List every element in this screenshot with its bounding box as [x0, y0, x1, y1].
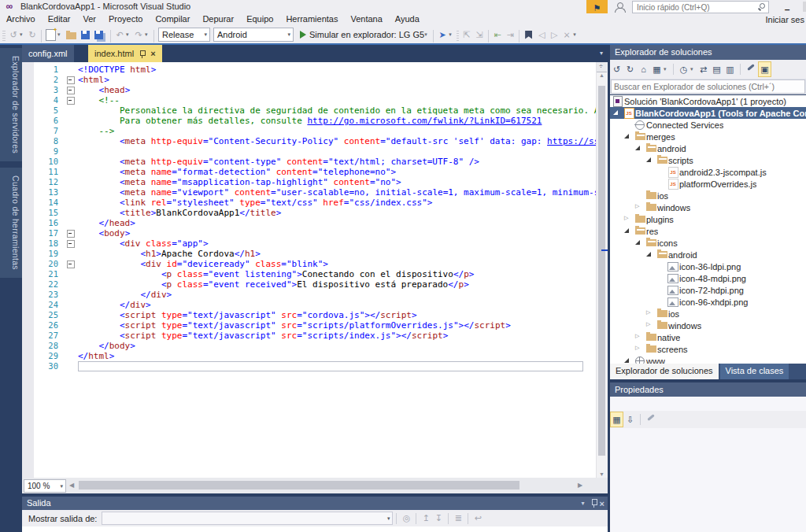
code-line-29[interactable]: 29</html>: [22, 351, 597, 361]
code-line-19[interactable]: 19 <h1>Apache Cordova</h1>: [22, 249, 597, 259]
navigate-back-icon[interactable]: ↺: [7, 27, 20, 42]
find-message-icon[interactable]: ◎: [400, 513, 412, 523]
toggle-bookmark-icon[interactable]: [525, 31, 532, 39]
code-line-16[interactable]: 16 </head>: [22, 218, 597, 228]
properties-panel-header[interactable]: Propiedades: [610, 382, 806, 397]
expander-open-icon[interactable]: [623, 131, 634, 142]
code-area[interactable]: 1<!DOCTYPE html>2<html>3 <head>4 <!--5 P…: [22, 65, 597, 371]
forward-icon[interactable]: ↻: [623, 61, 637, 78]
expander-closed-icon[interactable]: [645, 320, 656, 331]
tree-item-merges[interactable]: merges: [610, 131, 806, 142]
pending-changes-filter-icon[interactable]: ◷: [677, 61, 690, 78]
code-line-12[interactable]: 12 <meta name="msapplication-tap-highlig…: [22, 177, 597, 187]
word-wrap-icon[interactable]: ↩: [471, 513, 484, 523]
code-line-24[interactable]: 24 </div>: [22, 300, 597, 310]
menu-depurar[interactable]: Depurar: [196, 13, 240, 24]
configuration-select[interactable]: Release▾: [158, 28, 210, 42]
tree-item-icon-48-mdpi.png[interactable]: icon-48-mdpi.png: [610, 272, 806, 284]
properties-grid[interactable]: [610, 428, 806, 532]
save-icon[interactable]: [81, 31, 90, 39]
code-line-15[interactable]: 15 <title>BlankCordovaApp1</title>: [22, 208, 597, 218]
tool-tab-cuadro[interactable]: Cuadro de herramientas: [0, 168, 24, 278]
tree-item-windows[interactable]: windows: [610, 201, 806, 213]
categorized-icon[interactable]: ▦: [610, 412, 623, 427]
preview-selected-icon[interactable]: ▥: [723, 61, 737, 78]
code-line-28[interactable]: 28 </body>: [22, 341, 597, 351]
panel-tab-explorador-de-soluciones[interactable]: Explorador de soluciones: [610, 364, 719, 379]
clear-all-icon[interactable]: ≣: [452, 513, 464, 523]
window-position-icon[interactable]: ▾: [578, 500, 589, 507]
scroll-left-icon[interactable]: ◀: [69, 482, 74, 489]
tree-item-native[interactable]: native: [610, 331, 806, 343]
toolbar-overflow2-icon[interactable]: ▾: [573, 27, 579, 42]
sort-alphabetical-icon[interactable]: ⇩: [623, 411, 637, 428]
solution-explorer-header[interactable]: Explorador de soluciones: [610, 45, 806, 60]
editor-zoom-select[interactable]: 100 %: [24, 479, 66, 493]
fold-collapse-icon[interactable]: [67, 87, 75, 94]
menu-equipo[interactable]: Equipo: [240, 13, 279, 24]
code-line-1[interactable]: 1<!DOCTYPE html>: [22, 65, 597, 75]
fold-collapse-icon[interactable]: [67, 260, 75, 268]
feedback-flag-button[interactable]: [586, 0, 608, 14]
code-line-23[interactable]: 23 </div>: [22, 290, 597, 300]
fold-collapse-icon[interactable]: [67, 240, 75, 248]
menu-proyecto[interactable]: Proyecto: [102, 13, 149, 24]
previous-message-icon[interactable]: ↥: [420, 513, 432, 523]
vertical-scroll-thumb[interactable]: [598, 86, 605, 456]
menu-editar[interactable]: Editar: [42, 13, 77, 24]
attach-to-process-icon[interactable]: ➤: [436, 27, 449, 42]
code-line-3[interactable]: 3 <head>: [22, 85, 597, 95]
back-icon[interactable]: ↺: [610, 61, 623, 78]
new-item-dropdown-icon[interactable]: ▾: [57, 27, 64, 42]
tree-item-www[interactable]: www: [610, 355, 806, 364]
tree-item-ios[interactable]: ios: [610, 190, 806, 201]
close-icon[interactable]: [150, 46, 155, 61]
clear-bookmarks-icon[interactable]: ⨯: [560, 27, 573, 42]
run-dropdown-icon[interactable]: ▾: [424, 27, 431, 42]
code-line-30[interactable]: 30: [22, 361, 597, 371]
fold-collapse-icon[interactable]: [67, 97, 75, 105]
tree-item-platformoverrides.js[interactable]: platformOverrides.js: [610, 178, 806, 190]
code-line-11[interactable]: 11 <meta name="format-detection" content…: [22, 167, 597, 177]
code-line-18[interactable]: 18 <div class="app">: [22, 238, 597, 249]
undo-icon[interactable]: ↶: [113, 27, 126, 42]
code-line-4[interactable]: 4 <!--: [22, 95, 597, 105]
code-editor[interactable]: 1<!DOCTYPE html>2<html>3 <head>4 <!--5 P…: [22, 62, 608, 478]
scope-dropdown-icon[interactable]: ▾: [664, 61, 670, 77]
editor-vertical-scrollbar[interactable]: ▲ ▼: [596, 62, 608, 478]
sync-with-active-document-icon[interactable]: ⇄: [697, 61, 710, 78]
expander-closed-icon[interactable]: [645, 308, 656, 320]
run-icon[interactable]: [300, 31, 306, 39]
menu-ventana[interactable]: Ventana: [344, 13, 388, 24]
open-folder-icon[interactable]: [66, 32, 76, 39]
expander-open-icon[interactable]: [623, 225, 634, 237]
quick-launch-box[interactable]: [632, 1, 769, 13]
navigate-backward-code-icon[interactable]: ⇱: [460, 27, 473, 42]
redo-dropdown-icon[interactable]: ▾: [145, 27, 151, 42]
toolbar-grip[interactable]: [2, 31, 6, 42]
code-line-9[interactable]: 9: [22, 146, 597, 157]
undo-dropdown-icon[interactable]: ▾: [126, 27, 132, 42]
tree-item-soluci-n-blankcordovaapp1-1-proyecto-[interactable]: Solución 'BlankCordovaApp1' (1 proyecto): [610, 95, 806, 107]
tree-item-ios[interactable]: ios: [610, 308, 806, 320]
code-line-26[interactable]: 26 <script type="text/javascript" src="s…: [22, 320, 597, 331]
maximize-button-partial[interactable]: [803, 2, 806, 12]
code-line-8[interactable]: 8 <meta http-equiv="Content-Security-Pol…: [22, 136, 597, 146]
pin-icon[interactable]: [591, 499, 597, 508]
menu-herramientas[interactable]: Herramientas: [279, 13, 344, 24]
tree-item-blankcordovaapp1-tools-for-apache-cordov[interactable]: BlankCordovaApp1 (Tools for Apache Cordo…: [610, 107, 806, 119]
tree-item-android[interactable]: android: [610, 142, 806, 154]
expander-open-icon[interactable]: [645, 154, 656, 166]
solution-search-box[interactable]: [610, 79, 806, 94]
navigate-forward-code-icon[interactable]: ⇲: [473, 27, 486, 42]
scroll-right-icon[interactable]: ▶: [578, 482, 582, 489]
code-line-22[interactable]: 22 <p class="event received">El disposit…: [22, 279, 597, 290]
expander-closed-icon[interactable]: [634, 201, 645, 213]
scroll-up-icon[interactable]: ▲: [597, 72, 607, 78]
splitter-handle[interactable]: [597, 62, 607, 72]
menu-compilar[interactable]: Compilar: [149, 13, 196, 24]
output-source-select[interactable]: [102, 512, 393, 525]
code-line-6[interactable]: 6 Para obtener más detalles, consulte ht…: [22, 116, 597, 126]
scroll-down-icon[interactable]: ▼: [597, 471, 607, 477]
expander-open-icon[interactable]: [634, 237, 645, 249]
